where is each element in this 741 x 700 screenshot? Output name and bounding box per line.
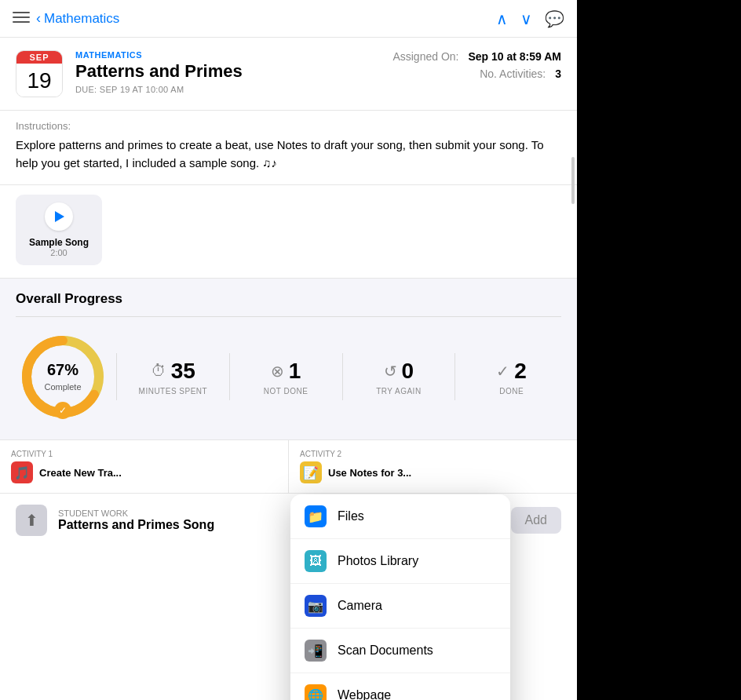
subject-label: Mathematics (75, 50, 380, 60)
activity-card-2[interactable]: ACTIVITY 2 📝 Use Notes for 3... (289, 440, 577, 493)
assignment-title: Patterns and Primes (75, 61, 380, 82)
due-date: DUE: SEP 19 AT 10:00 AM (75, 85, 380, 94)
assigned-on-label: Assigned On: (392, 50, 458, 63)
stat-divider-4 (454, 353, 455, 400)
nav-bar: ‹ Mathematics ∧ ∨ 💬 (0, 0, 577, 38)
comment-icon[interactable]: 💬 (545, 9, 564, 28)
progress-stats: 67% Complete ✓ ⏱ 35 MINUTES SPENT ⊗ 1 (16, 330, 561, 424)
done-stat: ✓ 2 DONE (462, 359, 561, 396)
no-activities-row: No. Activities: 3 (392, 67, 561, 80)
donut-check-icon: ✓ (54, 402, 71, 419)
chevron-down-icon[interactable]: ∨ (520, 9, 532, 28)
donut-complete-label: Complete (44, 382, 81, 392)
calendar-month: SEP (16, 51, 62, 64)
nav-right: ∧ ∨ 💬 (496, 9, 564, 28)
stat-divider-2 (229, 353, 230, 400)
not-done-stat: ⊗ 1 NOT DONE (236, 359, 336, 396)
done-value-row: ✓ 2 (496, 359, 527, 384)
instructions-section: Instructions: Explore patterns and prime… (0, 111, 577, 185)
files-icon: 📁 (305, 505, 327, 527)
activity-1-icon: 🎵 (11, 461, 33, 483)
activity-2-number: ACTIVITY 2 (300, 450, 566, 458)
activity-card-1[interactable]: ACTIVITY 1 🎵 Create New Tra... (0, 440, 288, 493)
dropdown-item-scan[interactable]: 📲 Scan Documents (290, 629, 510, 673)
files-label: Files (338, 509, 364, 523)
done-icon: ✓ (496, 362, 509, 381)
progress-title: Overall Progress (16, 291, 561, 307)
progress-divider (16, 316, 561, 317)
photos-icon: 🖼 (305, 550, 327, 572)
progress-section: Overall Progress 67% Complete ✓ ⏱ (0, 279, 577, 439)
calendar-badge: SEP 19 (16, 50, 63, 97)
song-duration: 2:00 (50, 248, 67, 257)
song-card-wrap: Sample Song 2:00 (0, 185, 577, 279)
assignment-meta: Assigned On: Sep 10 at 8:59 AM No. Activ… (392, 50, 561, 97)
back-chevron-icon: ‹ (36, 10, 41, 27)
not-done-icon: ⊗ (271, 362, 284, 381)
assigned-on-row: Assigned On: Sep 10 at 8:59 AM (392, 50, 561, 63)
back-button-label: Mathematics (44, 11, 119, 27)
song-card[interactable]: Sample Song 2:00 (16, 195, 102, 265)
try-again-label: TRY AGAIN (376, 387, 421, 396)
activity-1-icon-row: 🎵 Create New Tra... (11, 461, 277, 483)
right-panel (577, 0, 741, 700)
activity-1-name: Create New Tra... (39, 467, 122, 479)
dropdown-item-files[interactable]: 📁 Files (290, 494, 510, 539)
instructions-text: Explore patterns and primes to create a … (16, 137, 561, 172)
assignment-info: Mathematics Patterns and Primes DUE: SEP… (75, 50, 380, 97)
camera-icon: 📷 (305, 595, 327, 617)
dropdown-item-photos[interactable]: 🖼 Photos Library (290, 539, 510, 584)
chevron-up-icon[interactable]: ∧ (496, 9, 508, 28)
donut-center: 67% Complete (44, 361, 81, 393)
clock-icon: ⏱ (151, 362, 166, 380)
assigned-on-value: Sep 10 at 8:59 AM (468, 50, 561, 63)
stat-divider-1 (116, 353, 117, 400)
scrollbar[interactable] (571, 157, 575, 204)
song-title: Sample Song (29, 237, 89, 248)
not-done-label: NOT DONE (264, 387, 308, 396)
calendar-day: 19 (16, 64, 62, 97)
minutes-number: 35 (171, 359, 195, 384)
stat-divider-3 (342, 353, 343, 400)
try-again-number: 0 (402, 359, 414, 384)
song-play-button[interactable] (45, 202, 73, 231)
activities-row: ACTIVITY 1 🎵 Create New Tra... ACTIVITY … (0, 439, 577, 493)
nav-left: ‹ Mathematics (13, 10, 119, 27)
photos-label: Photos Library (338, 554, 418, 568)
camera-label: Camera (338, 599, 382, 613)
scan-label: Scan Documents (338, 643, 433, 658)
dropdown-item-camera[interactable]: 📷 Camera (290, 584, 510, 629)
try-again-value-row: ↺ 0 (384, 359, 414, 384)
donut-percentage: 67% (44, 361, 81, 379)
activity-2-icon-row: 📝 Use Notes for 3... (300, 461, 566, 483)
student-work-icon: ⬆ (16, 505, 47, 536)
minutes-label: MINUTES SPENT (139, 387, 208, 396)
not-done-number: 1 (289, 359, 301, 384)
not-done-value-row: ⊗ 1 (271, 359, 301, 384)
minutes-stat: ⏱ 35 MINUTES SPENT (123, 359, 223, 396)
no-activities-label: No. Activities: (480, 67, 546, 80)
done-label: DONE (499, 387, 524, 396)
dropdown-item-webpage[interactable]: 🌐 Webpage (290, 673, 510, 700)
assignment-header: SEP 19 Mathematics Patterns and Primes D… (0, 38, 577, 111)
dropdown-menu: 📁 Files 🖼 Photos Library 📷 Camera 📲 Scan… (290, 494, 510, 700)
back-button[interactable]: ‹ Mathematics (36, 10, 119, 27)
done-number: 2 (514, 359, 527, 384)
try-again-icon: ↺ (384, 362, 397, 381)
sidebar-toggle-button[interactable] (13, 12, 30, 26)
play-icon (55, 211, 64, 222)
minutes-value-row: ⏱ 35 (151, 359, 195, 384)
instructions-label: Instructions: (16, 120, 561, 132)
donut-chart: 67% Complete ✓ (16, 330, 110, 424)
activity-2-icon: 📝 (300, 461, 322, 483)
add-button[interactable]: Add (511, 507, 561, 534)
try-again-stat: ↺ 0 TRY AGAIN (349, 359, 449, 396)
no-activities-value: 3 (555, 67, 561, 80)
scan-icon: 📲 (305, 640, 327, 662)
activity-2-name: Use Notes for 3... (328, 467, 411, 479)
webpage-icon: 🌐 (305, 684, 327, 700)
webpage-label: Webpage (338, 688, 391, 700)
activity-1-number: ACTIVITY 1 (11, 450, 277, 458)
